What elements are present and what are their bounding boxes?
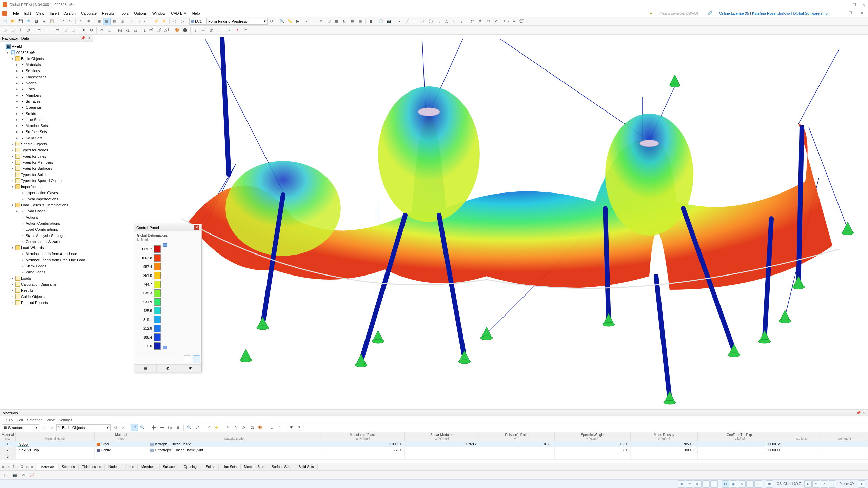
menu-options[interactable]: Options bbox=[131, 11, 150, 16]
tree-node[interactable]: ▸•Solids bbox=[1, 110, 92, 117]
workplane-button[interactable]: ▱ bbox=[35, 26, 43, 34]
table-menu-edit[interactable]: Edit bbox=[17, 418, 23, 422]
sb-layers[interactable]: ≡ bbox=[686, 480, 693, 488]
view-wireframe-button[interactable]: ▥ bbox=[103, 18, 111, 25]
redo-button[interactable]: ↷ bbox=[66, 18, 74, 25]
next-case-button[interactable]: ▷ bbox=[179, 18, 186, 25]
tree-node[interactable]: ▸Guide Objects bbox=[1, 293, 92, 300]
t-edit[interactable]: ✎ bbox=[224, 424, 232, 431]
hide-button[interactable]: ▭ bbox=[142, 18, 150, 25]
navigator-pin-icon[interactable]: 📌 bbox=[81, 36, 85, 40]
load-scale-button[interactable]: ↕ bbox=[215, 26, 223, 34]
section-button[interactable]: ▦ bbox=[333, 18, 340, 25]
show-results-button[interactable]: ◫ bbox=[119, 18, 126, 25]
show-loads-button[interactable]: ▭ bbox=[134, 18, 142, 25]
t-sync-select[interactable]: ⬚ bbox=[131, 424, 138, 431]
tree-node[interactable]: ▸Results bbox=[1, 287, 92, 293]
control-panel[interactable]: Control Panel ✕ Global Deformations |u| … bbox=[134, 224, 202, 372]
sb-snap-int[interactable]: ✕ bbox=[738, 480, 746, 488]
select-crossing-button[interactable]: ⬚ bbox=[69, 26, 77, 34]
load-case-edit-button[interactable]: ⚙ bbox=[268, 18, 275, 25]
tree-node[interactable]: ▸•Lines bbox=[1, 86, 92, 92]
member-num-button[interactable]: ═1 bbox=[140, 26, 147, 34]
control-panel-close[interactable]: ✕ bbox=[194, 225, 199, 230]
text-tool[interactable]: A bbox=[510, 18, 518, 25]
table-row[interactable]: 3 bbox=[0, 453, 868, 460]
grid-button[interactable]: ⊞ bbox=[1, 26, 9, 34]
tree-node[interactable]: ▫Action Combinations bbox=[1, 220, 92, 226]
tree-node[interactable]: ▫Snow Loads bbox=[1, 263, 92, 269]
ucs-button[interactable]: ⊹ bbox=[43, 26, 51, 34]
copy-tool[interactable]: ⿻ bbox=[469, 18, 476, 25]
snap-button[interactable]: ⊡ bbox=[9, 26, 17, 34]
table-row[interactable]: 1S355SteelIsotropic | Linear Elastic2100… bbox=[0, 441, 868, 447]
load-case-name-select[interactable]: Form-Finding Prestress▾ bbox=[206, 18, 268, 25]
surface-num-button[interactable]: ▱1 bbox=[147, 26, 155, 34]
menu-window[interactable]: Window bbox=[150, 11, 168, 16]
tree-node[interactable]: ▾Load Cases & Combinations bbox=[1, 202, 92, 208]
menu-calculate[interactable]: Calculate bbox=[78, 11, 99, 16]
clip-plane-button[interactable]: ◫ bbox=[106, 26, 113, 34]
rotate-tool[interactable]: ⟲ bbox=[484, 18, 492, 25]
line-num-button[interactable]: /1 bbox=[132, 26, 139, 34]
cp-tab-filter[interactable]: ⧩ bbox=[179, 365, 201, 372]
result-table-button[interactable]: ▦ bbox=[356, 18, 364, 25]
sb-snap-end[interactable]: ⊡ bbox=[722, 480, 729, 488]
new-button[interactable]: 📄 bbox=[1, 18, 9, 25]
view-iso-icon[interactable]: ⬚ bbox=[3, 472, 9, 478]
select-window-button[interactable]: ⬚ bbox=[61, 26, 69, 34]
tree-node[interactable]: ▫Imperfection Cases bbox=[1, 190, 92, 196]
view-transparent-button[interactable]: ▤ bbox=[111, 18, 118, 25]
clip-button[interactable]: ✂ bbox=[98, 26, 105, 34]
refresh-button[interactable]: ⟳ bbox=[241, 26, 249, 34]
menu-cadbim[interactable]: CAD-BIM bbox=[168, 11, 189, 16]
tree-node[interactable]: ▸Types for Lines bbox=[1, 153, 92, 159]
license-info[interactable]: 🔗 Online License 05 | Kateřina Rosendorf… bbox=[705, 10, 831, 16]
t-export[interactable]: ⤓ bbox=[268, 424, 275, 431]
table-menu-view[interactable]: View bbox=[46, 418, 55, 422]
sb-snap[interactable]: ◎ bbox=[694, 480, 702, 488]
t-script[interactable]: fx̂ bbox=[240, 424, 248, 431]
t-clear[interactable]: 🗑 bbox=[174, 424, 182, 431]
3d-viewport[interactable] bbox=[93, 35, 868, 409]
mdi-restore[interactable]: ❐ bbox=[846, 10, 855, 16]
tree-node[interactable]: ▸•Materials bbox=[1, 62, 92, 68]
tree-node[interactable]: ▫Actions bbox=[1, 214, 92, 220]
t-formula[interactable]: fx bbox=[232, 424, 240, 431]
bottom-tab[interactable]: Openings bbox=[180, 464, 202, 470]
solid-tool[interactable]: ⬚ bbox=[435, 18, 442, 25]
vector-button[interactable]: ⊞ bbox=[349, 18, 356, 25]
results-navigator-button[interactable]: 🔍 bbox=[278, 18, 286, 25]
prev-case-button[interactable]: ◁ bbox=[171, 18, 178, 25]
isoband-button[interactable]: ≋ bbox=[317, 18, 325, 25]
clock-button[interactable]: 🕐 bbox=[377, 18, 385, 25]
filter-button[interactable]: ⏸ bbox=[367, 18, 374, 25]
tree-node[interactable]: ▫Member Loads from Area Load bbox=[1, 251, 92, 257]
bottom-tab[interactable]: Line Sets bbox=[219, 464, 240, 470]
node-tool[interactable]: • bbox=[396, 18, 403, 25]
bottom-tab[interactable]: Materials bbox=[37, 464, 58, 470]
bottom-tab[interactable]: Members bbox=[138, 464, 159, 470]
t-units[interactable]: ⚖ bbox=[249, 424, 256, 431]
contour-button[interactable]: ≈ bbox=[310, 18, 317, 25]
load-dist-button[interactable]: ⇊ bbox=[200, 26, 207, 34]
cursor-button[interactable]: ↖ bbox=[77, 18, 84, 25]
tree-node[interactable]: ▸Types for Nodes bbox=[1, 147, 92, 153]
view-graph-icon[interactable]: 📈 bbox=[29, 472, 35, 478]
scale-button[interactable]: 📏 bbox=[286, 18, 294, 25]
print-graphic-button[interactable]: 🖼 bbox=[33, 18, 40, 25]
mirror-tool[interactable]: ⧉ bbox=[476, 18, 484, 25]
visibility-button[interactable]: 👁 bbox=[80, 26, 87, 34]
t-next2[interactable]: ▷ bbox=[119, 424, 127, 431]
tree-node[interactable]: ▦RFEM bbox=[1, 43, 92, 49]
tree-node[interactable]: ▾Imperfections bbox=[1, 184, 92, 190]
sb-snap-perp[interactable]: ⊥ bbox=[746, 480, 754, 488]
tree-node[interactable]: ▸Types for Members bbox=[1, 159, 92, 165]
opening-tool[interactable]: ◯ bbox=[427, 18, 434, 25]
hinge-tool[interactable]: ○ bbox=[450, 18, 458, 25]
view-solid-button[interactable]: ▦ bbox=[95, 18, 103, 25]
t-generate[interactable]: ⚡ bbox=[213, 424, 220, 431]
tree-node[interactable]: ▫Load Combinations bbox=[1, 226, 92, 232]
mdi-close[interactable]: ✕ bbox=[857, 10, 866, 16]
open-button[interactable]: 📂 bbox=[9, 18, 17, 25]
